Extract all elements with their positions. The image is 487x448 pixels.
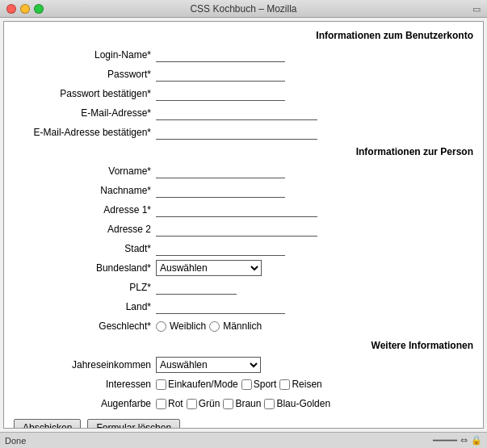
vorname-row: Vorname* xyxy=(10,162,477,180)
augenfarbe-gruen-item: Grün xyxy=(187,398,220,409)
titlebar-right: ▭ xyxy=(472,3,481,15)
adresse2-input[interactable] xyxy=(156,222,317,237)
email-label: E-Mail-Adresse* xyxy=(10,107,156,119)
augenfarbe-rot-checkbox[interactable] xyxy=(156,399,166,409)
interessen-reisen-label: Reisen xyxy=(292,379,321,390)
interessen-einkaufen-label: Einkaufen/Mode xyxy=(168,379,238,390)
augenfarbe-label: Augenfarbe xyxy=(10,398,156,409)
augenfarbe-rot-label: Rot xyxy=(168,398,183,409)
plz-input[interactable] xyxy=(156,280,237,295)
email-bestaetigen-input[interactable] xyxy=(156,125,317,140)
augenfarbe-options: Rot Grün Braun Blau-Golden xyxy=(156,398,330,409)
submit-button[interactable]: Abschicken xyxy=(14,419,81,429)
login-name-label: Login-Name* xyxy=(10,49,156,61)
stadt-input[interactable] xyxy=(156,241,285,256)
email-bestaetigen-row: E-Mail-Adresse bestätigen* xyxy=(10,124,477,141)
vorname-input[interactable] xyxy=(156,164,285,178)
interessen-einkaufen-checkbox[interactable] xyxy=(156,379,166,390)
gender-options: Weiblich Männlich xyxy=(156,320,262,332)
jahreseinkommen-label: Jahreseinkommen xyxy=(10,359,156,371)
adresse2-row: Adresse 2 xyxy=(10,220,477,238)
login-name-row: Login-Name* xyxy=(10,46,477,64)
interessen-sport-checkbox[interactable] xyxy=(241,379,252,390)
nachname-label: Nachname* xyxy=(10,185,156,196)
gender-maennlich-label: Männlich xyxy=(223,320,262,332)
passwort-input[interactable] xyxy=(156,67,285,82)
nachname-input[interactable] xyxy=(156,183,285,198)
augenfarbe-braun-item: Braun xyxy=(223,398,261,409)
gender-maennlich-radio[interactable] xyxy=(209,321,220,332)
jahreseinkommen-row: Jahreseinkommen Auswählen unter 20.000 2… xyxy=(10,356,477,374)
titlebar: CSS Kochbuch – Mozilla ▭ xyxy=(0,0,487,18)
plz-label: PLZ* xyxy=(10,282,156,293)
gender-weiblich-label: Weiblich xyxy=(170,320,206,332)
augenfarbe-rot-item: Rot xyxy=(156,398,183,409)
adresse1-input[interactable] xyxy=(156,203,317,217)
land-input[interactable] xyxy=(156,299,285,314)
passwort-label: Passwort* xyxy=(10,69,156,80)
bundesland-select[interactable]: Auswählen Baden-Württemberg Bayern Berli… xyxy=(156,260,262,276)
section2-header-row: Informationen zur Person xyxy=(10,143,477,161)
stadt-row: Stadt* xyxy=(10,240,477,257)
passwort-bestaetigen-input[interactable] xyxy=(156,86,285,101)
interessen-label: Interessen xyxy=(10,379,156,390)
button-row: Abschicken Formular löschen xyxy=(10,414,477,429)
interessen-sport-label: Sport xyxy=(254,379,277,390)
jahreseinkommen-select[interactable]: Auswählen unter 20.000 20.000–40.000 übe… xyxy=(156,357,261,373)
main-content: Informationen zum Benutzerkonto Login-Na… xyxy=(3,21,484,429)
gender-weiblich-radio[interactable] xyxy=(156,321,166,332)
statusbar-icon1: ⇔ xyxy=(460,435,468,446)
passwort-bestaetigen-row: Passwort bestätigen* xyxy=(10,85,477,103)
augenfarbe-braun-checkbox[interactable] xyxy=(223,399,233,409)
interessen-sport-item: Sport xyxy=(241,379,277,390)
augenfarbe-gruen-label: Grün xyxy=(199,398,220,409)
interessen-reisen-checkbox[interactable] xyxy=(279,379,290,390)
section1-header-row: Informationen zum Benutzerkonto xyxy=(10,27,477,44)
statusbar-progress: ━━━━━ xyxy=(433,436,457,445)
minimize-button[interactable] xyxy=(20,4,30,14)
email-row: E-Mail-Adresse* xyxy=(10,104,477,122)
augenfarbe-blaugolden-label: Blau-Golden xyxy=(276,398,330,409)
login-name-input[interactable] xyxy=(156,48,285,62)
statusbar-icons: ━━━━━ ⇔ 🔒 xyxy=(433,435,482,446)
email-input[interactable] xyxy=(156,106,317,120)
vorname-label: Vorname* xyxy=(10,165,156,177)
augenfarbe-braun-label: Braun xyxy=(235,398,261,409)
window-title: CSS Kochbuch – Mozilla xyxy=(190,3,296,15)
reset-button[interactable]: Formular löschen xyxy=(87,419,180,429)
window-controls xyxy=(6,4,44,14)
interessen-reisen-item: Reisen xyxy=(279,379,321,390)
interessen-einkaufen-item: Einkaufen/Mode xyxy=(156,379,238,390)
bundesland-row: Bundesland* Auswählen Baden-Württemberg … xyxy=(10,259,477,277)
adresse1-label: Adresse 1* xyxy=(10,204,156,216)
augenfarbe-gruen-checkbox[interactable] xyxy=(187,399,197,409)
nachname-row: Nachname* xyxy=(10,182,477,199)
maximize-button[interactable] xyxy=(34,4,44,14)
close-button[interactable] xyxy=(6,4,16,14)
adresse2-label: Adresse 2 xyxy=(10,224,156,235)
augenfarbe-blaugolden-item: Blau-Golden xyxy=(264,398,330,409)
stadt-label: Stadt* xyxy=(10,243,156,254)
section1-header: Informationen zum Benutzerkonto xyxy=(156,30,477,41)
statusbar: Done ━━━━━ ⇔ 🔒 xyxy=(0,432,487,448)
section3-header-row: Weitere Informationen xyxy=(10,337,477,354)
interessen-options: Einkaufen/Mode Sport Reisen xyxy=(156,379,322,390)
interessen-row: Interessen Einkaufen/Mode Sport Reisen xyxy=(10,375,477,393)
plz-row: PLZ* xyxy=(10,278,477,296)
augenfarbe-row: Augenfarbe Rot Grün Braun xyxy=(10,395,477,412)
section3-header: Weitere Informationen xyxy=(156,340,477,351)
passwort-bestaetigen-label: Passwort bestätigen* xyxy=(10,88,156,99)
adresse1-row: Adresse 1* xyxy=(10,201,477,219)
browser-body: Informationen zum Benutzerkonto Login-Na… xyxy=(0,18,487,448)
land-label: Land* xyxy=(10,301,156,312)
land-row: Land* xyxy=(10,298,477,316)
passwort-row: Passwort* xyxy=(10,65,477,83)
statusbar-text: Done xyxy=(5,436,26,446)
geschlecht-row: Geschlecht* Weiblich Männlich xyxy=(10,317,477,335)
section2-header: Informationen zur Person xyxy=(156,146,477,157)
geschlecht-label: Geschlecht* xyxy=(10,320,156,332)
email-bestaetigen-label: E-Mail-Adresse bestätigen* xyxy=(10,127,156,138)
augenfarbe-blaugolden-checkbox[interactable] xyxy=(264,399,275,409)
registration-form: Informationen zum Benutzerkonto Login-Na… xyxy=(10,27,477,429)
bundesland-label: Bundesland* xyxy=(10,262,156,274)
